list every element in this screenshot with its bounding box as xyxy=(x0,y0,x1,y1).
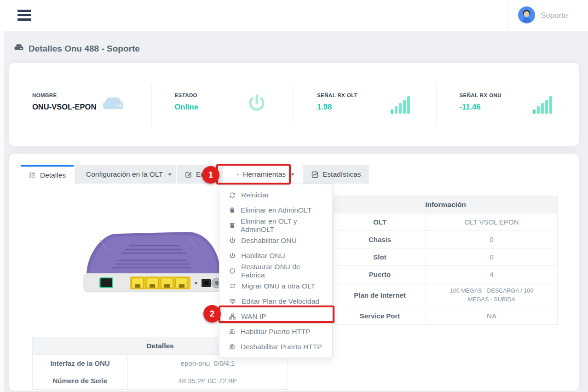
avatar xyxy=(518,6,535,25)
tab-estadisticas[interactable]: Estadísticas xyxy=(303,165,369,184)
power-icon xyxy=(246,93,267,116)
table-header: Información xyxy=(334,196,558,213)
chevron-down-icon xyxy=(291,173,294,176)
menu-item-eliminar-adminolt[interactable]: Eliminar en AdminOLT xyxy=(219,202,332,218)
exchange-arrows-icon xyxy=(229,282,236,290)
user-menu[interactable]: Soporte xyxy=(507,0,579,31)
stat-label: SEÑAL RX ONU xyxy=(460,92,502,98)
tab-detalles[interactable]: Detalles xyxy=(21,165,74,184)
onu-device-icon xyxy=(14,43,24,54)
annotation-box-herramientas xyxy=(216,164,291,184)
stat-value: -11.46 xyxy=(460,103,502,111)
signal-bars-icon xyxy=(533,95,552,114)
tab-configuracion-olt[interactable]: Configuración en la OLT xyxy=(75,165,176,184)
tab-bar: Detalles Configuración en la OLT Editar xyxy=(21,165,369,184)
stat-value: 1.98 xyxy=(317,103,357,111)
stat-senal-rx-olt: SEÑAL RX OLT 1.98 xyxy=(294,77,437,132)
table-row: Chasis 0 xyxy=(334,231,558,248)
menu-item-restaurar-fabrica[interactable]: Restaurar ONU de Fabrica xyxy=(219,263,332,278)
annotation-box-wan-ip xyxy=(219,306,334,323)
stat-label: NOMBRE xyxy=(32,92,96,98)
stat-label: ESTADO xyxy=(175,92,198,98)
annotation-step-1: 1 xyxy=(202,166,219,184)
menu-item-habilitar-onu[interactable]: Habilitar ONU xyxy=(219,248,332,263)
stat-senal-rx-onu: SEÑAL RX ONU -11.46 xyxy=(437,77,579,132)
informacion-table: Información OLT OLT VSOL EPON Chasis 0 S… xyxy=(334,196,558,325)
trash-icon xyxy=(229,222,236,229)
stat-estado: ESTADO Online xyxy=(152,77,294,132)
power-icon xyxy=(229,252,236,259)
stat-value: ONU-VSOL-EPON xyxy=(32,103,96,111)
onu-status-card: NOMBRE ONU-VSOL-EPON ESTADO Online xyxy=(9,63,579,146)
table-row: Plan de Internet 100 MEGAS - DESCARGA / … xyxy=(334,283,558,307)
table-row: Número de Serie 48:35:2E:0C:72:BE xyxy=(33,372,288,390)
menu-toggle-icon[interactable] xyxy=(17,10,31,22)
onu-detail-panel: Detalles Configuración en la OLT Editar xyxy=(9,154,579,391)
sync-icon xyxy=(229,191,236,199)
trash-icon xyxy=(229,207,236,213)
menu-item-deshabilitar-onu[interactable]: Deshabilitar ONU xyxy=(219,233,332,248)
wifi-icon xyxy=(229,297,236,305)
status-badge: Online xyxy=(175,103,198,111)
page-title: Detalles Onu 488 - Soporte xyxy=(9,31,579,54)
stat-nombre: NOMBRE ONU-VSOL-EPON xyxy=(9,77,152,132)
bank-icon xyxy=(229,328,236,335)
top-navbar: Soporte xyxy=(0,0,588,31)
menu-item-eliminar-olt-adminolt[interactable]: Eliminar en OLT y AdminOLT xyxy=(219,218,332,233)
menu-item-deshabilitar-http[interactable]: Deshabilitar Puerto HTTP xyxy=(219,339,332,354)
signal-bars-icon xyxy=(391,95,410,114)
table-row: Slot 0 xyxy=(334,248,558,266)
table-row: Puerto 4 xyxy=(334,266,558,283)
stat-label: SEÑAL RX OLT xyxy=(317,92,357,98)
onu-product-image xyxy=(74,222,225,300)
table-row: OLT OLT VSOL EPON xyxy=(334,213,558,231)
power-icon xyxy=(229,237,236,244)
redo-icon xyxy=(229,267,236,275)
table-row: Service Port NA xyxy=(334,307,558,325)
bank-icon xyxy=(229,343,236,350)
herramientas-dropdown-menu: Reiniciar Eliminar en AdminOLT Eliminar … xyxy=(219,184,333,358)
annotation-step-2: 2 xyxy=(203,305,221,323)
router-icon xyxy=(101,94,125,115)
user-name: Soporte xyxy=(541,11,568,20)
menu-item-habilitar-http[interactable]: Habilitar Puerto HTTP xyxy=(219,324,332,339)
chevron-down-icon xyxy=(168,173,172,176)
menu-item-migrar-onu[interactable]: Migrar ONU a otra OLT xyxy=(219,278,332,294)
menu-item-reiniciar[interactable]: Reiniciar xyxy=(219,187,332,202)
